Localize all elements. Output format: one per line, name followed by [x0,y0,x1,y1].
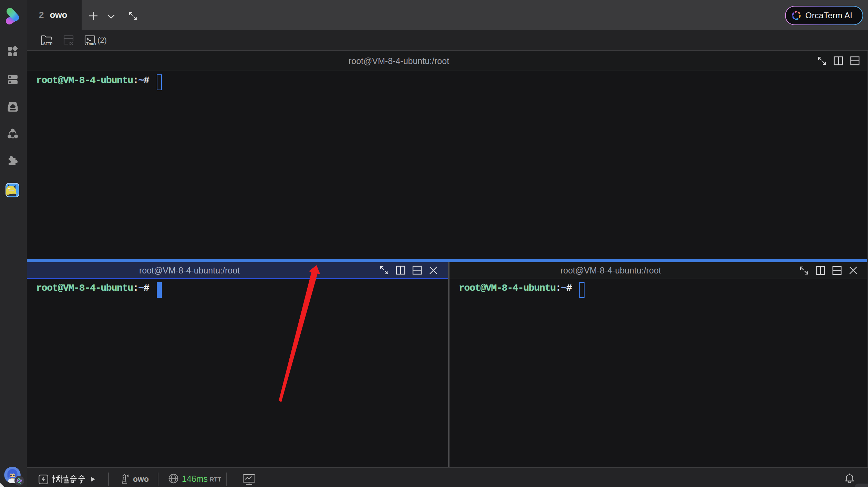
svg-text:Tmux: Tmux [86,42,97,46]
svg-text:SFTP: SFTP [43,42,53,46]
